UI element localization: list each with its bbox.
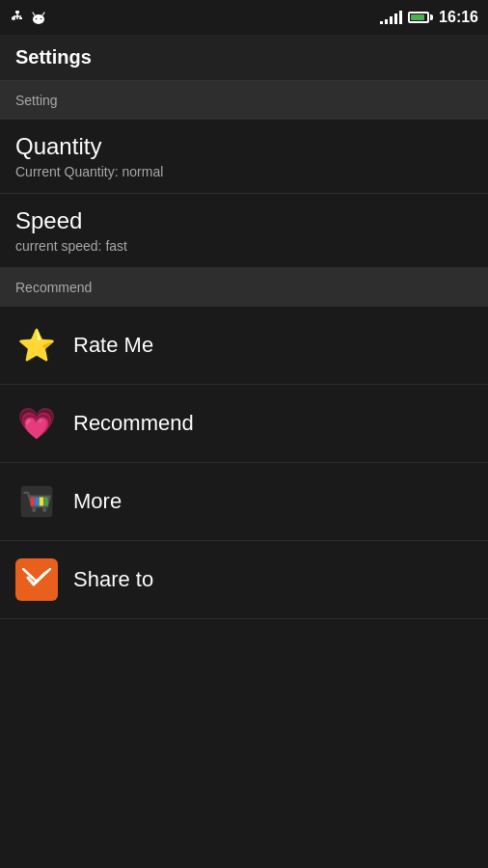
signal-icon xyxy=(380,11,402,24)
recommend-label: Recommend xyxy=(73,411,194,436)
status-time: 16:16 xyxy=(439,9,478,26)
speed-setting-item[interactable]: Speed current speed: fast xyxy=(0,194,488,268)
svg-point-3 xyxy=(12,16,15,20)
more-label: More xyxy=(73,489,122,514)
svg-rect-4 xyxy=(19,17,22,19)
section-header-recommend: Recommend xyxy=(0,268,488,307)
cart-icon xyxy=(15,480,58,523)
status-bar-right: 16:16 xyxy=(380,9,478,26)
share-to-label: Share to xyxy=(73,567,153,592)
svg-rect-0 xyxy=(15,11,19,14)
page-title: Settings xyxy=(15,46,92,68)
share-icon xyxy=(15,558,58,601)
svg-rect-14 xyxy=(40,497,44,505)
section-header-setting: Setting xyxy=(0,81,488,120)
speed-title: Speed xyxy=(15,207,473,234)
svg-rect-15 xyxy=(43,497,48,505)
svg-point-6 xyxy=(36,18,38,20)
star-icon: ⭐ xyxy=(15,324,58,366)
quantity-title: Quantity xyxy=(15,133,473,160)
status-bar: 16:16 xyxy=(0,0,488,35)
usb-icon xyxy=(10,10,25,25)
heart-icon: 💗 xyxy=(15,402,58,445)
rate-me-label: Rate Me xyxy=(73,333,153,358)
title-bar: Settings xyxy=(0,35,488,81)
status-bar-left xyxy=(10,10,46,25)
section-label-setting: Setting xyxy=(15,93,58,108)
svg-point-17 xyxy=(42,507,47,512)
speed-subtitle: current speed: fast xyxy=(15,238,473,254)
more-item[interactable]: More xyxy=(0,463,488,541)
svg-line-9 xyxy=(42,13,44,15)
quantity-setting-item[interactable]: Quantity Current Quantity: normal xyxy=(0,120,488,194)
battery-icon xyxy=(408,12,433,23)
svg-rect-13 xyxy=(35,497,40,505)
share-to-item[interactable]: Share to xyxy=(0,541,488,619)
rate-me-item[interactable]: ⭐ Rate Me xyxy=(0,307,488,385)
svg-line-8 xyxy=(33,13,35,15)
android-icon xyxy=(31,10,46,25)
quantity-subtitle: Current Quantity: normal xyxy=(15,164,473,179)
svg-point-7 xyxy=(41,18,42,20)
recommend-item[interactable]: 💗 Recommend xyxy=(0,385,488,463)
svg-point-16 xyxy=(32,507,37,512)
section-label-recommend: Recommend xyxy=(15,280,92,295)
svg-rect-12 xyxy=(31,497,36,505)
